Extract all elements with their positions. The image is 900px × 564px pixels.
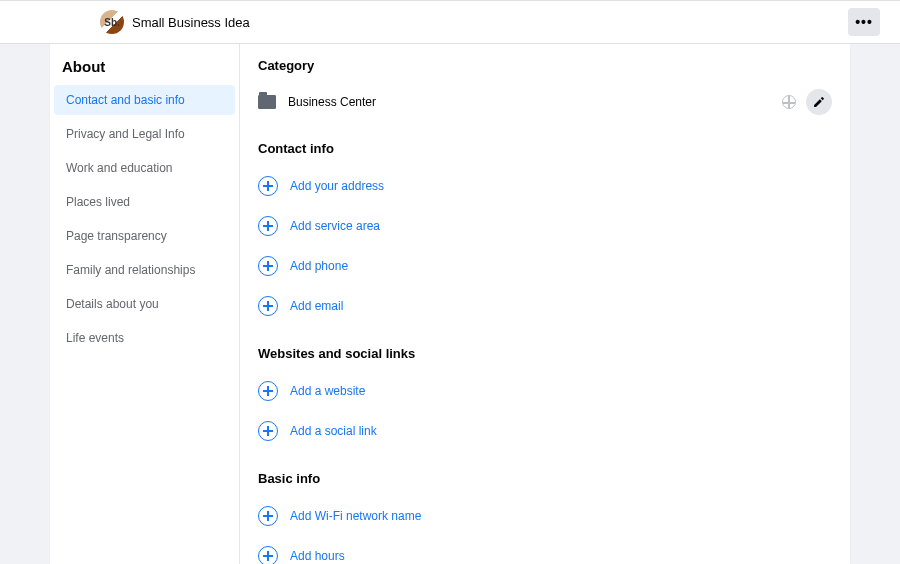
page-avatar[interactable]: Sb.: [100, 10, 124, 34]
section-title-contact-info: Contact info: [258, 141, 832, 156]
folder-icon: [258, 95, 276, 109]
plus-icon: [258, 381, 278, 401]
add-label: Add hours: [290, 549, 345, 563]
plus-icon: [258, 546, 278, 564]
sidebar-item-work-education[interactable]: Work and education: [54, 153, 235, 183]
sidebar-item-privacy-legal[interactable]: Privacy and Legal Info: [54, 119, 235, 149]
privacy-public-icon[interactable]: [782, 95, 796, 109]
add-wifi-button[interactable]: Add Wi-Fi network name: [258, 496, 832, 536]
plus-icon: [258, 506, 278, 526]
page-title[interactable]: Small Business Idea: [132, 15, 250, 30]
plus-icon: [258, 296, 278, 316]
sidebar-item-family-relationships[interactable]: Family and relationships: [54, 255, 235, 285]
add-hours-button[interactable]: Add hours: [258, 536, 832, 564]
add-website-button[interactable]: Add a website: [258, 371, 832, 411]
add-label: Add Wi-Fi network name: [290, 509, 421, 523]
main-panel: Category Business Center Contact info Ad…: [240, 44, 850, 564]
plus-icon: [258, 216, 278, 236]
add-phone-button[interactable]: Add phone: [258, 246, 832, 286]
plus-icon: [258, 176, 278, 196]
more-options-button[interactable]: •••: [848, 8, 880, 36]
section-title-category: Category: [258, 58, 832, 73]
sidebar-item-contact-basic[interactable]: Contact and basic info: [54, 85, 235, 115]
add-address-button[interactable]: Add your address: [258, 166, 832, 206]
add-label: Add a website: [290, 384, 365, 398]
plus-icon: [258, 256, 278, 276]
category-value: Business Center: [288, 95, 782, 109]
pencil-icon: [812, 95, 826, 109]
top-bar: Sb. Small Business Idea •••: [0, 0, 900, 44]
add-label: Add service area: [290, 219, 380, 233]
add-service-area-button[interactable]: Add service area: [258, 206, 832, 246]
add-email-button[interactable]: Add email: [258, 286, 832, 326]
sidebar-item-page-transparency[interactable]: Page transparency: [54, 221, 235, 251]
sidebar: About Contact and basic info Privacy and…: [50, 44, 240, 564]
plus-icon: [258, 421, 278, 441]
sidebar-heading: About: [50, 54, 239, 85]
edit-category-button[interactable]: [806, 89, 832, 115]
sidebar-item-places-lived[interactable]: Places lived: [54, 187, 235, 217]
section-title-basic-info: Basic info: [258, 471, 832, 486]
add-label: Add a social link: [290, 424, 377, 438]
add-social-link-button[interactable]: Add a social link: [258, 411, 832, 451]
sidebar-item-details-about-you[interactable]: Details about you: [54, 289, 235, 319]
add-label: Add email: [290, 299, 343, 313]
content-container: About Contact and basic info Privacy and…: [50, 44, 850, 564]
section-title-websites: Websites and social links: [258, 346, 832, 361]
add-label: Add phone: [290, 259, 348, 273]
sidebar-item-life-events[interactable]: Life events: [54, 323, 235, 353]
add-label: Add your address: [290, 179, 384, 193]
category-row: Business Center: [258, 83, 832, 121]
